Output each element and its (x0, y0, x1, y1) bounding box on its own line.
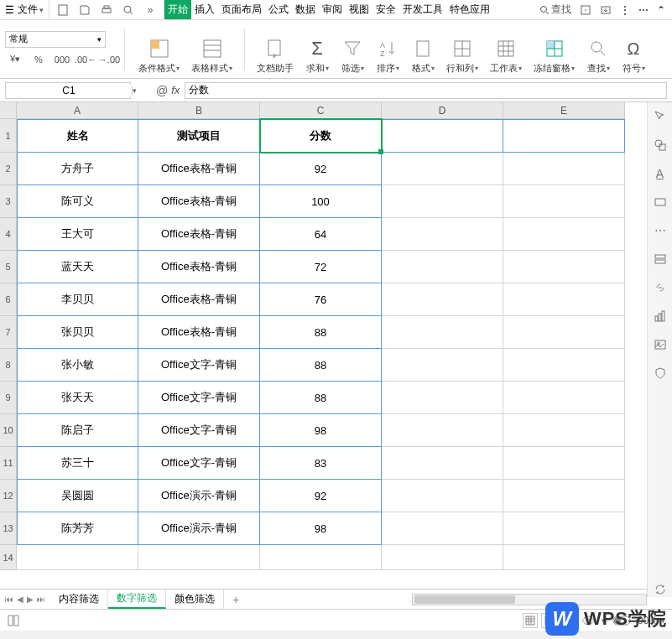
cell-D6[interactable] (382, 283, 503, 316)
name-box[interactable]: ▾ (5, 82, 131, 99)
cell-D3[interactable] (382, 185, 503, 218)
more-icon[interactable]: » (143, 3, 157, 17)
cell-C1[interactable]: 分数 (260, 119, 382, 153)
row-header-3[interactable]: 3 (0, 185, 17, 218)
cell-C8[interactable]: 88 (260, 349, 382, 382)
cell-C3[interactable]: 100 (260, 185, 382, 218)
chevron-down-icon[interactable]: ▾ (132, 86, 137, 95)
insert-fn-icon[interactable]: @ (156, 84, 168, 97)
shapes-icon[interactable] (653, 138, 668, 153)
tab-data[interactable]: 数据 (292, 0, 319, 19)
cell-E3[interactable] (503, 185, 625, 218)
preview-icon[interactable] (122, 3, 135, 17)
row-header-8[interactable]: 8 (0, 349, 17, 382)
table-style-button[interactable]: 表格样式▾ (191, 37, 232, 75)
view-normal[interactable] (523, 613, 538, 628)
cell-D10[interactable] (382, 414, 503, 447)
cell-A1[interactable]: 姓名 (17, 119, 138, 153)
cell-A14[interactable] (17, 545, 138, 570)
cell-C12[interactable]: 92 (260, 480, 382, 512)
number-format-dropdown[interactable]: 常规 ▾ (5, 31, 106, 48)
select-icon[interactable] (653, 109, 668, 124)
cell-A11[interactable]: 苏三十 (17, 447, 138, 480)
row-header-4[interactable]: 4 (0, 218, 17, 251)
cell-E11[interactable] (503, 447, 625, 480)
cell-A5[interactable]: 蓝天天 (17, 251, 138, 283)
tab-special[interactable]: 特色应用 (446, 0, 493, 19)
help-icon[interactable]: ⋮ (620, 4, 630, 16)
rowcol-button[interactable]: 行和列▾ (446, 37, 478, 75)
cell-A3[interactable]: 陈可义 (17, 185, 138, 218)
cell-B7[interactable]: Office表格-青铜 (138, 316, 260, 349)
refresh-icon[interactable] (653, 582, 668, 597)
row-header-10[interactable]: 10 (0, 414, 17, 447)
cell-C11[interactable]: 83 (260, 447, 382, 480)
cell-E6[interactable] (503, 283, 625, 316)
tab-insert[interactable]: 插入 (191, 0, 218, 19)
cell-B11[interactable]: Office文字-青铜 (138, 447, 260, 480)
row-header-7[interactable]: 7 (0, 316, 17, 349)
comma-button[interactable]: 000 (52, 51, 72, 68)
cell-C13[interactable]: 98 (260, 512, 382, 545)
cell-B14[interactable] (138, 545, 260, 570)
cell-D11[interactable] (382, 447, 503, 480)
cell-D7[interactable] (382, 316, 503, 349)
layout-icon[interactable] (7, 614, 20, 627)
cell-B2[interactable]: Office表格-青铜 (138, 153, 260, 185)
row-header-11[interactable]: 11 (0, 447, 17, 480)
sheet-tab-0[interactable]: 内容筛选 (50, 590, 108, 609)
cell-C14[interactable] (260, 545, 382, 570)
select-all-corner[interactable] (0, 102, 17, 119)
row-header-12[interactable]: 12 (0, 480, 17, 512)
sum-button[interactable]: Σ 求和▾ (305, 37, 329, 75)
cell-C4[interactable]: 64 (260, 218, 382, 251)
cell-A8[interactable]: 张小敏 (17, 349, 138, 382)
text-icon[interactable]: A (653, 166, 668, 181)
tab-start[interactable]: 开始 (164, 0, 191, 19)
cell-A7[interactable]: 张贝贝 (17, 316, 138, 349)
decrease-decimal[interactable]: →.00 (99, 51, 119, 68)
cell-E7[interactable] (503, 316, 625, 349)
cell-A2[interactable]: 方舟子 (17, 153, 138, 185)
analysis-icon[interactable] (653, 309, 668, 324)
row-header-6[interactable]: 6 (0, 283, 17, 316)
freeze-button[interactable]: 冻结窗格▾ (534, 37, 575, 75)
cell-A4[interactable]: 王大可 (17, 218, 138, 251)
more-menu-icon[interactable]: ⋯ (638, 4, 649, 16)
cell-B13[interactable]: Office演示-青铜 (138, 512, 260, 545)
cell-D9[interactable] (382, 382, 503, 414)
worksheet-button[interactable]: 工作表▾ (490, 37, 522, 75)
tab-safe[interactable]: 安全 (372, 0, 399, 19)
find-button[interactable]: 查找▾ (586, 37, 610, 75)
cell-icon[interactable] (653, 195, 668, 210)
cell-E12[interactable] (503, 480, 625, 512)
col-header-B[interactable]: B (138, 102, 260, 119)
share-icon[interactable] (580, 4, 591, 16)
fx-icon[interactable]: fx (171, 84, 180, 96)
percent-button[interactable]: % (29, 51, 49, 68)
cell-E4[interactable] (503, 218, 625, 251)
cell-B8[interactable]: Office文字-青铜 (138, 349, 260, 382)
cell-B5[interactable]: Office表格-青铜 (138, 251, 260, 283)
cell-D2[interactable] (382, 153, 503, 185)
sheet-tab-2[interactable]: 颜色筛选 (166, 590, 224, 609)
col-header-E[interactable]: E (503, 102, 625, 119)
row-header-1[interactable]: 1 (0, 119, 17, 153)
cell-C5[interactable]: 72 (260, 251, 382, 283)
sort-button[interactable]: AZ 排序▾ (376, 37, 399, 75)
col-header-D[interactable]: D (382, 102, 503, 119)
link-icon[interactable] (653, 280, 668, 295)
cell-A9[interactable]: 张天天 (17, 382, 138, 414)
print-icon[interactable] (100, 3, 113, 17)
cell-E1[interactable] (503, 119, 625, 153)
new-icon[interactable] (56, 3, 70, 17)
cell-B12[interactable]: Office演示-青铜 (138, 480, 260, 512)
search-button[interactable]: 查找 (539, 3, 571, 17)
cell-B6[interactable]: Office表格-青铜 (138, 283, 260, 316)
tab-formula[interactable]: 公式 (265, 0, 292, 19)
more-icon[interactable]: ⋯ (653, 223, 668, 238)
storage-icon[interactable] (653, 252, 668, 267)
cell-D4[interactable] (382, 218, 503, 251)
cell-C6[interactable]: 76 (260, 283, 382, 316)
next-sheet-icon[interactable]: ▶ (27, 595, 34, 604)
